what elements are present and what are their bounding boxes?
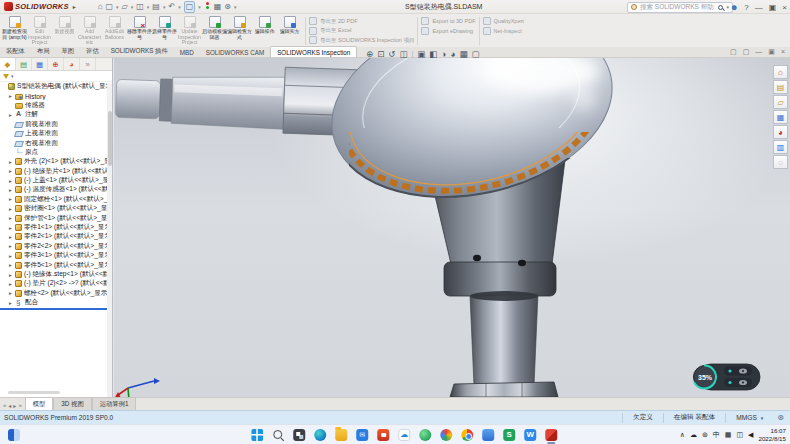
- panel-tab[interactable]: ▦: [32, 58, 48, 70]
- tray-icon[interactable]: ◀: [748, 431, 753, 439]
- tree-item[interactable]: ▸ 零件3<1> (默认<<默认>_显示状: [0, 251, 112, 260]
- task-pane-tab[interactable]: ▱: [773, 95, 788, 109]
- export-menu-item[interactable]: Export to 3D PDF: [421, 17, 475, 25]
- quick-tool-icon[interactable]: ▾: [131, 2, 134, 12]
- view-tool-icon[interactable]: ◕: [450, 49, 455, 59]
- quick-tool-icon[interactable]: ▢: [184, 1, 196, 13]
- commandmanager-tab[interactable]: SOLIDWORKS CAM: [200, 47, 270, 57]
- document-tab[interactable]: 运动算例1: [92, 397, 137, 410]
- panel-horizontal-scrollbar[interactable]: [8, 391, 60, 394]
- tree-item[interactable]: ▸ 外壳 (2)<1> (默认<<默认>_显示状: [0, 157, 112, 166]
- widget-toggle[interactable]: [724, 378, 752, 387]
- taskbar-app[interactable]: W: [523, 427, 537, 443]
- tree-item[interactable]: ▸ 配合: [0, 298, 112, 307]
- scrollbar-thumb[interactable]: [108, 111, 112, 166]
- view-tool-icon[interactable]: ◧: [429, 49, 437, 59]
- export-menu-item[interactable]: QualityXpert: [483, 17, 524, 25]
- tree-item[interactable]: ▸ 密封圈<1> (默认<<默认>_显示状: [0, 204, 112, 213]
- tree-item[interactable]: ▸ 上视基准面: [0, 129, 112, 138]
- export-menu-item[interactable]: 导出至 2D PDF: [309, 17, 414, 25]
- view-tool-icon[interactable]: ▣: [417, 49, 425, 59]
- ribbon-button[interactable]: 编辑实方: [277, 15, 302, 47]
- commandmanager-tab[interactable]: 草图: [55, 45, 80, 57]
- window-control-icon[interactable]: ▣: [769, 3, 777, 12]
- taskbar-app[interactable]: [250, 427, 264, 443]
- clock[interactable]: 16:07 2022/8/15: [758, 427, 786, 442]
- units-caret-icon[interactable]: ▾: [761, 415, 764, 421]
- view-tool-icon[interactable]: ⊕: [366, 49, 373, 59]
- status-item[interactable]: 在编辑 装配体: [663, 413, 725, 423]
- view-tool-icon[interactable]: ▦: [460, 49, 468, 59]
- quick-tool-icon[interactable]: ◫: [136, 2, 144, 12]
- panel-tab[interactable]: ⊕: [48, 58, 64, 70]
- export-menu-item[interactable]: Export eDrawing: [421, 27, 475, 35]
- quick-tool-icon[interactable]: ▢: [106, 2, 114, 12]
- taskbar-app[interactable]: [439, 427, 453, 443]
- tab-scroll-icon[interactable]: »: [18, 402, 21, 409]
- quick-tool-icon[interactable]: ↶: [168, 2, 175, 12]
- tree-item[interactable]: ▸ 零件2<1> (默认<<默认>_显示状: [0, 232, 112, 241]
- task-pane-tab[interactable]: ▥: [773, 140, 788, 154]
- doc-window-control-icon[interactable]: ×: [781, 48, 785, 56]
- ribbon-button[interactable]: Add Characteristic: [77, 15, 102, 47]
- tree-item[interactable]: ▸ History: [0, 91, 112, 100]
- taskbar-app[interactable]: [481, 427, 495, 443]
- tree-item[interactable]: ▸ 零件2<2> (默认<<默认>_显示状: [0, 242, 112, 251]
- search-caret-icon[interactable]: ▾: [726, 4, 729, 10]
- ribbon-button[interactable]: 启动模板编辑器: [202, 15, 227, 47]
- tree-item[interactable]: ▸ (-) 绝缘体.step<1> (默认<<默认>_: [0, 270, 112, 279]
- ribbon-button[interactable]: 编辑检查方式: [227, 15, 252, 47]
- quick-tool-icon[interactable]: ▱: [122, 2, 128, 12]
- view-tool-icon[interactable]: |: [411, 50, 413, 57]
- tree-item[interactable]: ▸ 保护管<1> (默认<<默认>_显示状: [0, 213, 112, 222]
- taskbar-app[interactable]: S: [502, 427, 516, 443]
- taskbar-app[interactable]: ✉: [355, 427, 369, 443]
- tree-splitter-line[interactable]: [0, 308, 112, 310]
- ribbon-button[interactable]: Edit Inspection Project: [27, 15, 52, 47]
- task-pane-tab[interactable]: ▤: [773, 80, 788, 94]
- panel-tab[interactable]: ▤: [16, 58, 32, 70]
- taskbar-app[interactable]: [334, 427, 348, 443]
- tray-icon[interactable]: ⊚: [702, 431, 708, 439]
- quick-tool-icon[interactable]: ⌂: [98, 2, 103, 12]
- ribbon-button[interactable]: 新建视图: [52, 15, 77, 47]
- document-tab[interactable]: 3D 视图: [53, 397, 91, 410]
- export-menu-item[interactable]: 导出至 Excel: [309, 27, 414, 35]
- taskbar-app[interactable]: [313, 427, 327, 443]
- tree-item[interactable]: ▸ 零件1<1> (默认<<默认>_显示状态: [0, 223, 112, 232]
- doc-window-control-icon[interactable]: ▢: [743, 48, 750, 56]
- tree-item[interactable]: ▸ 螺栓<2> (默认<<默认>_显示状态: [0, 289, 112, 298]
- quick-tool-icon[interactable]: ▤: [152, 2, 160, 12]
- panel-tab[interactable]: »: [80, 58, 96, 70]
- view-tool-icon[interactable]: ◫: [399, 49, 407, 59]
- commandmanager-tab[interactable]: 装配体: [0, 45, 31, 57]
- search-scope-icon[interactable]: [631, 4, 637, 10]
- quick-tool-icon[interactable]: ▾: [178, 2, 181, 12]
- model-protection-tube[interactable]: [470, 291, 538, 386]
- doc-window-control-icon[interactable]: ▣: [768, 48, 775, 56]
- tree-item[interactable]: ▸ (-) 垫片 (2)<2> ->? (默认<<默认>_: [0, 279, 112, 288]
- task-pane-tab[interactable]: ▦: [773, 110, 788, 124]
- task-pane-tab[interactable]: ◕: [773, 125, 788, 139]
- tray-icon[interactable]: ▦: [725, 431, 732, 439]
- widget-toggle[interactable]: [724, 367, 752, 376]
- ribbon-button[interactable]: 选择零件序号: [152, 15, 177, 47]
- commandmanager-tab[interactable]: SOLIDWORKS 插件: [105, 45, 174, 57]
- tab-scroll-icon[interactable]: ▸: [13, 402, 16, 409]
- window-control-icon[interactable]: ☻: [730, 3, 738, 12]
- tree-item[interactable]: ▸ 传感器: [0, 101, 112, 110]
- commandmanager-tab[interactable]: MBD: [174, 47, 200, 57]
- quick-tool-icon[interactable]: [204, 2, 211, 11]
- commandmanager-tab[interactable]: 布局: [31, 45, 56, 57]
- graphics-viewport[interactable]: 35% ⌂ ▤: [114, 58, 790, 397]
- zoom-overlay-widget[interactable]: 35%: [694, 364, 761, 390]
- quick-tool-icon[interactable]: ⊛: [224, 2, 231, 12]
- view-tool-icon[interactable]: ◑: [441, 49, 446, 59]
- window-control-icon[interactable]: ×: [782, 3, 787, 12]
- export-menu-item[interactable]: Net-Inspect: [483, 27, 524, 35]
- ribbon-button[interactable]: 新建检查项目 (amp;N): [2, 15, 27, 47]
- ribbon-button[interactable]: Update Inspection Project: [177, 15, 202, 47]
- tree-item[interactable]: ▸ (-) 上盖<1> (默认<<默认>_显示状: [0, 176, 112, 185]
- status-item[interactable]: 欠定义: [622, 413, 663, 423]
- quick-tool-icon[interactable]: ▾: [163, 2, 166, 12]
